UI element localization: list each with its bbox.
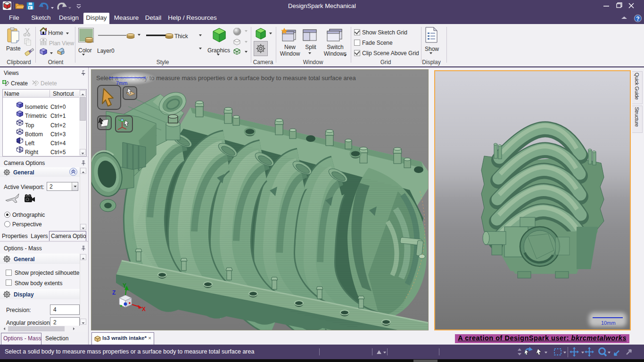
svg-text:Z: Z: [112, 289, 116, 296]
svg-text:Y: Y: [123, 282, 126, 289]
svg-text:?: ?: [636, 16, 639, 22]
svg-text:X: X: [142, 306, 146, 313]
svg-text:10mm: 10mm: [601, 320, 616, 326]
